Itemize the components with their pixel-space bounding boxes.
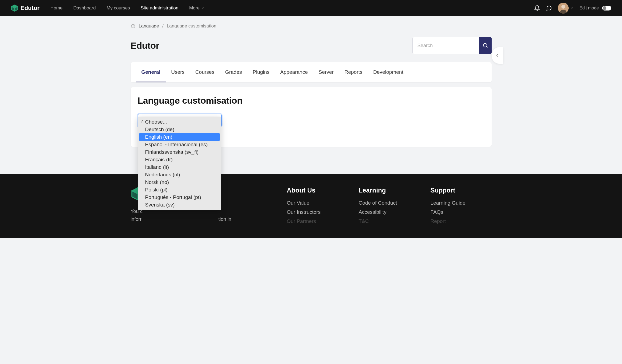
nav-my-courses[interactable]: My courses [106,5,130,11]
drawer-toggle[interactable] [492,47,503,64]
brand[interactable]: Edutor [11,4,40,12]
footer-link-our-instructors[interactable]: Our Instructors [287,209,348,215]
footer: You c inforr tion in About Us Our Value … [0,174,622,238]
tab-reports[interactable]: Reports [339,62,368,82]
chat-icon[interactable] [546,5,552,11]
nav-dashboard[interactable]: Dashboard [73,5,96,11]
breadcrumb-language[interactable]: Language [139,23,159,29]
chevron-down-icon [201,6,204,10]
language-option[interactable]: Polski (pl) [138,186,221,194]
page-title: Edutor [131,40,159,51]
svg-line-6 [486,47,487,48]
footer-link-our-value[interactable]: Our Value [287,200,348,206]
breadcrumb-separator: / [162,23,164,29]
language-dropdown-list: Choose...Deutsch (de)English (en)Español… [138,117,221,210]
language-option[interactable]: Deutsch (de) [138,126,221,133]
language-option[interactable]: Italiano (it) [138,163,221,171]
bell-icon[interactable] [534,5,540,11]
chevron-down-icon [570,6,574,10]
edit-mode-label: Edit mode [579,6,599,10]
edit-mode-control: Edit mode [579,6,611,10]
tab-plugins[interactable]: Plugins [247,62,275,82]
language-option[interactable]: Choose... [138,118,221,126]
language-option[interactable]: Finlandssvenska (sv_fi) [138,148,221,156]
tab-users[interactable]: Users [166,62,190,82]
language-option[interactable]: Norsk (no) [138,178,221,186]
breadcrumb: Language / Language customisation [131,16,492,29]
language-option[interactable]: Français (fr) [138,156,221,163]
search-button[interactable] [479,37,492,54]
footer-heading-about: About Us [287,187,348,194]
nav-home[interactable]: Home [50,5,62,11]
content-heading: Language customisation [138,95,485,106]
admin-tabs: General Users Courses Grades Plugins App… [131,62,492,82]
search [412,37,492,54]
nav-more[interactable]: More [189,5,204,11]
footer-heading-support: Support [430,187,492,194]
svg-point-5 [483,44,487,47]
tab-general[interactable]: General [136,62,166,82]
footer-link-report[interactable]: Report [430,218,492,224]
nav-links: Home Dashboard My courses Site administr… [50,5,178,11]
footer-link-accessibility[interactable]: Accessibility [359,209,420,215]
chevron-left-icon [495,54,499,57]
content-card: Language customisation Choose...Deutsch … [131,87,492,147]
tab-development[interactable]: Development [368,62,409,82]
language-option[interactable]: Português - Portugal (pt) [138,194,221,201]
brand-name: Edutor [20,5,40,12]
breadcrumb-current: Language customisation [167,23,216,29]
footer-link-learning-guide[interactable]: Learning Guide [430,200,492,206]
tab-grades[interactable]: Grades [220,62,247,82]
search-icon [483,43,488,48]
nav-more-label: More [189,5,200,11]
footer-link-tc[interactable]: T&C [359,218,420,224]
avatar [558,3,569,13]
nav-site-administration[interactable]: Site administration [141,5,178,11]
user-menu[interactable] [558,3,574,13]
top-navbar: Edutor Home Dashboard My courses Site ad… [0,0,622,16]
language-select[interactable]: Choose...Deutsch (de)English (en)Español… [138,114,222,127]
footer-link-code-of-conduct[interactable]: Code of Conduct [359,200,420,206]
tab-appearance[interactable]: Appearance [275,62,313,82]
dashboard-icon [131,24,135,29]
language-option[interactable]: English (en) [139,133,220,141]
nav-right: Edit mode [534,3,611,13]
language-option[interactable]: Español - Internacional (es) [138,141,221,148]
tab-server[interactable]: Server [313,62,339,82]
footer-heading-learning: Learning [359,187,420,194]
tab-courses[interactable]: Courses [190,62,220,82]
edit-mode-toggle[interactable] [602,6,611,10]
language-option[interactable]: Svenska (sv) [138,201,221,209]
search-input[interactable] [412,37,479,54]
footer-link-faqs[interactable]: FAQs [430,209,492,215]
svg-point-4 [561,5,565,9]
footer-link-our-partners[interactable]: Our Partners [287,218,348,224]
language-option[interactable]: Nederlands (nl) [138,171,221,178]
brand-logo-icon [11,4,18,12]
